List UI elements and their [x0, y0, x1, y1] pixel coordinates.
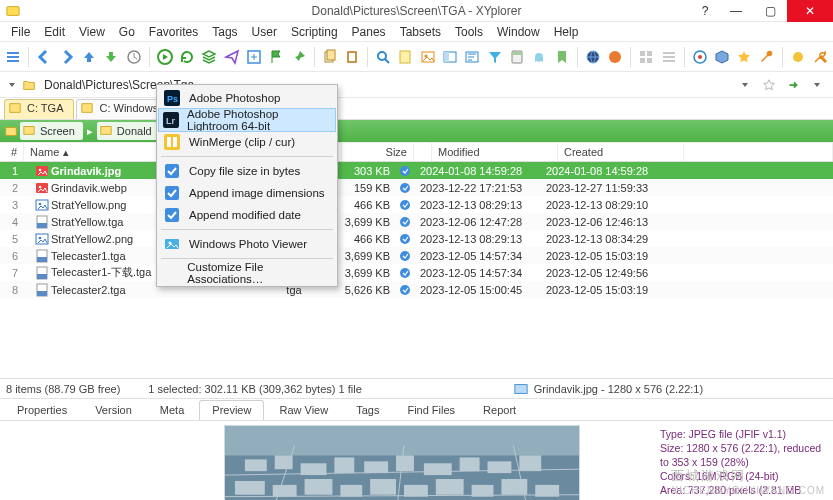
- tag-dot-icon[interactable]: [399, 232, 411, 246]
- address-dropdown-icon[interactable]: [735, 75, 755, 95]
- ghost-icon[interactable]: [530, 45, 548, 69]
- menu-item[interactable]: PsAdobe Photoshop: [159, 87, 335, 109]
- panel-icon[interactable]: [441, 45, 459, 69]
- menu-favorites[interactable]: Favorites: [142, 23, 205, 41]
- tag-dot-icon[interactable]: [399, 198, 411, 212]
- btab-version[interactable]: Version: [82, 400, 145, 420]
- menu-item[interactable]: WinMerge (clip / cur): [159, 131, 335, 153]
- maximize-button[interactable]: ▢: [753, 0, 787, 22]
- tag-dot-icon[interactable]: [399, 164, 411, 178]
- col-tag[interactable]: [414, 143, 432, 161]
- play-green-icon[interactable]: [156, 45, 174, 69]
- help-button[interactable]: ?: [691, 0, 719, 22]
- btab-findfiles[interactable]: Find Files: [394, 400, 468, 420]
- dot-yellow-icon[interactable]: [789, 45, 807, 69]
- menu-edit[interactable]: Edit: [37, 23, 72, 41]
- tag-dot-icon[interactable]: [399, 181, 411, 195]
- copy-icon[interactable]: [321, 45, 339, 69]
- hamburger-icon[interactable]: [4, 45, 22, 69]
- file-row[interactable]: 2Grindavik.webpwebp159 KB2023-12-22 17:2…: [0, 179, 833, 196]
- preview-icon[interactable]: [419, 45, 437, 69]
- bookmark-icon[interactable]: [553, 45, 571, 69]
- col-number[interactable]: #: [0, 143, 24, 161]
- file-list[interactable]: 1Grindavik.jpgjpg303 KB2024-01-08 14:59:…: [0, 162, 833, 304]
- star-address-icon[interactable]: [759, 75, 779, 95]
- search-icon[interactable]: [374, 45, 392, 69]
- tree-toggle-icon[interactable]: [6, 79, 18, 91]
- ball-icon[interactable]: [606, 45, 624, 69]
- address-input[interactable]: Donald\Pictures\Screen\Tga: [40, 76, 731, 94]
- funnel-icon[interactable]: [486, 45, 504, 69]
- context-menu[interactable]: PsAdobe PhotoshopLrAdobe Photoshop Light…: [156, 84, 338, 287]
- refresh-icon[interactable]: [178, 45, 196, 69]
- file-row[interactable]: 7Telecaster1-下载.tgatga3,699 KB2023-12-05…: [0, 264, 833, 281]
- pin-icon[interactable]: [289, 45, 307, 69]
- col-modified[interactable]: Modified: [432, 143, 558, 161]
- history-icon[interactable]: [124, 45, 142, 69]
- menu-go[interactable]: Go: [112, 23, 142, 41]
- back-icon[interactable]: [35, 45, 53, 69]
- menu-tabsets[interactable]: Tabsets: [393, 23, 448, 41]
- flag-icon[interactable]: [267, 45, 285, 69]
- tag-dot-icon[interactable]: [399, 215, 411, 229]
- btab-preview[interactable]: Preview: [199, 400, 264, 420]
- paste-icon[interactable]: [343, 45, 361, 69]
- tag-dot-icon[interactable]: [399, 249, 411, 263]
- tab-0[interactable]: C: TGA: [4, 99, 74, 119]
- btab-properties[interactable]: Properties: [4, 400, 80, 420]
- col-size[interactable]: Size: [342, 143, 414, 161]
- crumb-root-icon[interactable]: [4, 124, 18, 138]
- down-icon[interactable]: [102, 45, 120, 69]
- file-row[interactable]: 3StratYellow.pngpng466 KB2023-12-13 08:2…: [0, 196, 833, 213]
- wrench-icon[interactable]: [758, 45, 776, 69]
- filter-panel-icon[interactable]: [463, 45, 481, 69]
- up-icon[interactable]: [80, 45, 98, 69]
- tag-dot-icon[interactable]: [399, 283, 411, 297]
- calc-icon[interactable]: [508, 45, 526, 69]
- menu-file[interactable]: File: [4, 23, 37, 41]
- menu-tags[interactable]: Tags: [205, 23, 244, 41]
- grid2-icon[interactable]: [659, 45, 677, 69]
- menu-help[interactable]: Help: [547, 23, 586, 41]
- minimize-button[interactable]: —: [719, 0, 753, 22]
- send-icon[interactable]: [222, 45, 240, 69]
- layers-icon[interactable]: [200, 45, 218, 69]
- crumb-1[interactable]: Donald: [97, 122, 160, 140]
- menu-tools[interactable]: Tools: [448, 23, 490, 41]
- menu-item[interactable]: Append image dimensions: [159, 182, 335, 204]
- goto-icon[interactable]: [783, 75, 803, 95]
- menu-item[interactable]: Append modified date: [159, 204, 335, 226]
- menu-item[interactable]: Windows Photo Viewer: [159, 233, 335, 255]
- file-row[interactable]: 5StratYellow2.pngpng466 KB2023-12-13 08:…: [0, 230, 833, 247]
- menu-item[interactable]: Customize File Associations…: [159, 262, 335, 284]
- address-menu-icon[interactable]: [807, 75, 827, 95]
- grid1-icon[interactable]: [637, 45, 655, 69]
- menu-user[interactable]: User: [245, 23, 284, 41]
- col-created[interactable]: Created: [558, 143, 684, 161]
- tools-icon[interactable]: [811, 45, 829, 69]
- star-icon[interactable]: [735, 45, 753, 69]
- tag-dot-icon[interactable]: [399, 266, 411, 280]
- file-row[interactable]: 1Grindavik.jpgjpg303 KB2024-01-08 14:59:…: [0, 162, 833, 179]
- target-icon[interactable]: [691, 45, 709, 69]
- menu-item[interactable]: LrAdobe Photoshop Lightroom 64-bit: [159, 109, 335, 131]
- openwith-icon[interactable]: [245, 45, 263, 69]
- cube-icon[interactable]: [713, 45, 731, 69]
- btab-report[interactable]: Report: [470, 400, 529, 420]
- file-row[interactable]: 4StratYellow.tgatga3,699 KB2023-12-06 12…: [0, 213, 833, 230]
- file-row[interactable]: 6Telecaster1.tgatga3,699 KB2023-12-05 14…: [0, 247, 833, 264]
- btab-rawview[interactable]: Raw View: [266, 400, 341, 420]
- menu-scripting[interactable]: Scripting: [284, 23, 345, 41]
- forward-icon[interactable]: [57, 45, 75, 69]
- image-preview[interactable]: [224, 425, 580, 500]
- note-icon[interactable]: [396, 45, 414, 69]
- crumb-0[interactable]: Screen: [20, 122, 83, 140]
- globe-icon[interactable]: [584, 45, 602, 69]
- menu-panes[interactable]: Panes: [345, 23, 393, 41]
- menu-window[interactable]: Window: [490, 23, 547, 41]
- btab-tags[interactable]: Tags: [343, 400, 392, 420]
- btab-meta[interactable]: Meta: [147, 400, 197, 420]
- menu-item[interactable]: Copy file size in bytes: [159, 160, 335, 182]
- menu-view[interactable]: View: [72, 23, 112, 41]
- file-row[interactable]: 8Telecaster2.tgatga5,626 KB2023-12-05 15…: [0, 281, 833, 298]
